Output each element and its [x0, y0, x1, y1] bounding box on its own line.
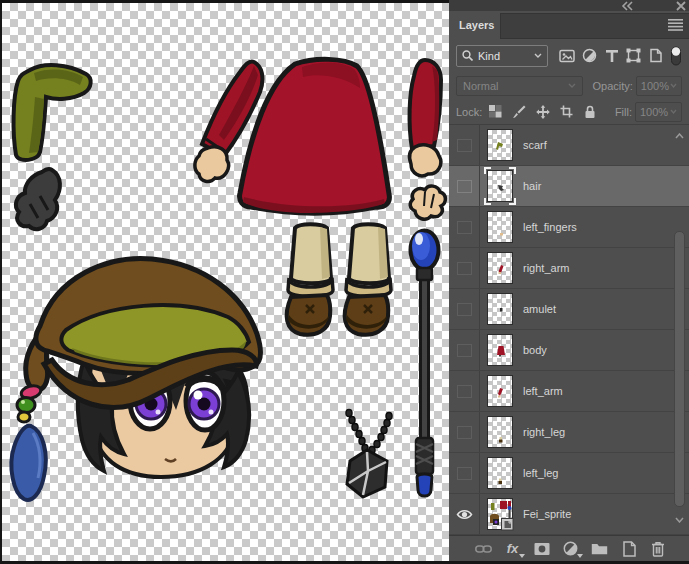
- visibility-toggle[interactable]: [449, 248, 480, 288]
- layer-name: right_leg: [523, 426, 565, 438]
- filter-type-icons: [559, 46, 682, 66]
- layer-thumbnail[interactable]: [487, 457, 513, 489]
- visibility-toggle[interactable]: [449, 289, 480, 329]
- layer-row-scarf[interactable]: scarf: [449, 125, 689, 166]
- selection-corner: [509, 167, 516, 174]
- fingers-sprite: [410, 186, 445, 219]
- delete-layer-button[interactable]: [649, 540, 666, 557]
- right-boot-sprite: [345, 224, 391, 335]
- pixel-layer-filter-icon[interactable]: [559, 49, 575, 63]
- folder-icon: [591, 542, 608, 555]
- fill-value: 100%: [640, 106, 668, 118]
- panel-title-bar: [449, 0, 689, 11]
- new-layer-icon: [622, 541, 636, 557]
- layer-thumbnail[interactable]: [487, 252, 513, 284]
- layer-name: scarf: [523, 139, 547, 151]
- trash-icon: [651, 541, 665, 557]
- chevron-down-icon: [568, 83, 576, 88]
- visibility-toggle[interactable]: [449, 166, 480, 206]
- layer-thumbnail[interactable]: [487, 129, 513, 161]
- blend-mode-select[interactable]: Normal: [456, 76, 583, 96]
- layer-row-left-leg[interactable]: left_leg: [449, 453, 689, 494]
- layer-thumbnail[interactable]: [487, 498, 513, 530]
- lock-image-pixels-icon[interactable]: [512, 105, 526, 118]
- layer-row-body[interactable]: body: [449, 330, 689, 371]
- layer-row-amulet[interactable]: amulet: [449, 289, 689, 330]
- visibility-toggle[interactable]: [449, 330, 480, 370]
- staff-sprite: [411, 231, 439, 497]
- type-layer-filter-icon[interactable]: [605, 49, 619, 63]
- link-layers-button[interactable]: [475, 540, 492, 557]
- collapse-panel-icon[interactable]: [621, 1, 634, 11]
- layer-name: right_arm: [523, 262, 569, 274]
- visibility-toggle[interactable]: [449, 453, 480, 493]
- visibility-toggle[interactable]: [449, 125, 480, 165]
- layer-row-left-arm[interactable]: left_arm: [449, 371, 689, 412]
- photoshop-window: Layers Kind Normal: [0, 0, 689, 564]
- panel-tab-bar: Layers: [449, 11, 689, 39]
- visibility-empty-box: [457, 139, 472, 152]
- layer-row-right-arm[interactable]: right_arm: [449, 248, 689, 289]
- flyout-triangle-icon: [519, 554, 525, 558]
- selection-corner: [484, 198, 491, 205]
- shape-layer-filter-icon[interactable]: [626, 48, 641, 63]
- layer-thumbnail[interactable]: [487, 334, 513, 366]
- panel-menu-icon[interactable]: [668, 19, 683, 31]
- lock-label: Lock:: [456, 106, 482, 118]
- opacity-input[interactable]: 100%: [636, 76, 682, 96]
- sprite-sheet-artwork: [0, 0, 449, 564]
- layer-name: left_fingers: [523, 221, 577, 233]
- visibility-toggle[interactable]: [449, 371, 480, 411]
- layer-row-hair[interactable]: hair: [449, 166, 689, 207]
- empty-tab-area: [500, 13, 689, 39]
- left-boot-sprite: [287, 224, 333, 335]
- tab-layers[interactable]: Layers: [449, 11, 500, 39]
- visibility-empty-box: [457, 180, 472, 193]
- add-layer-mask-button[interactable]: [533, 540, 550, 557]
- layer-filter-row: Kind: [449, 39, 689, 72]
- layer-thumbnail[interactable]: [487, 211, 513, 243]
- fx-icon: fx: [507, 542, 519, 555]
- new-adjustment-layer-button[interactable]: [562, 540, 579, 557]
- smart-object-badge: [502, 519, 514, 531]
- visibility-toggle[interactable]: [449, 494, 480, 534]
- visibility-empty-box: [457, 467, 472, 480]
- visibility-toggle[interactable]: [449, 412, 480, 452]
- layer-thumbnail[interactable]: [487, 375, 513, 407]
- adjustment-layer-icon: [563, 541, 578, 556]
- scroll-up-icon[interactable]: [675, 133, 684, 139]
- layer-name: hair: [523, 180, 541, 192]
- layer-style-button[interactable]: fx: [504, 540, 521, 557]
- lock-position-icon[interactable]: [536, 105, 550, 119]
- layer-thumbnail[interactable]: [487, 416, 513, 448]
- layer-row-left-fingers[interactable]: left_fingers: [449, 207, 689, 248]
- visibility-toggle[interactable]: [449, 207, 480, 247]
- blend-mode-row: Normal Opacity: 100%: [449, 72, 689, 99]
- adjustment-layer-filter-icon[interactable]: [582, 48, 597, 63]
- layer-thumbnail[interactable]: [487, 293, 513, 325]
- lock-all-icon[interactable]: [583, 105, 597, 119]
- lock-artboard-icon[interactable]: [560, 105, 573, 118]
- filter-toggle-switch[interactable]: [670, 46, 682, 66]
- new-layer-button[interactable]: [620, 540, 637, 557]
- visibility-empty-box: [457, 385, 472, 398]
- layers-panel: Layers Kind Normal: [449, 0, 689, 564]
- link-icon: [475, 543, 492, 555]
- visibility-empty-box: [457, 221, 472, 234]
- visibility-empty-box: [457, 262, 472, 275]
- scroll-down-icon[interactable]: [675, 517, 684, 523]
- kind-filter-select[interactable]: Kind: [456, 45, 548, 67]
- layer-row-fei-sprite[interactable]: Fei_sprite: [449, 494, 689, 535]
- fill-input[interactable]: 100%: [635, 102, 682, 122]
- scrollbar-thumb[interactable]: [674, 231, 685, 507]
- selection-corner: [484, 167, 491, 174]
- layer-row-right-leg[interactable]: right_leg: [449, 412, 689, 453]
- smart-object-filter-icon[interactable]: [649, 48, 663, 63]
- layer-list: scarf hair left_fingers: [449, 124, 689, 535]
- new-group-button[interactable]: [591, 540, 608, 557]
- lock-transparent-pixels-icon[interactable]: [489, 105, 502, 118]
- layer-list-scrollbar[interactable]: [674, 129, 685, 531]
- close-panel-icon[interactable]: [676, 1, 686, 11]
- visibility-empty-box: [457, 303, 472, 316]
- document-canvas[interactable]: [0, 0, 449, 564]
